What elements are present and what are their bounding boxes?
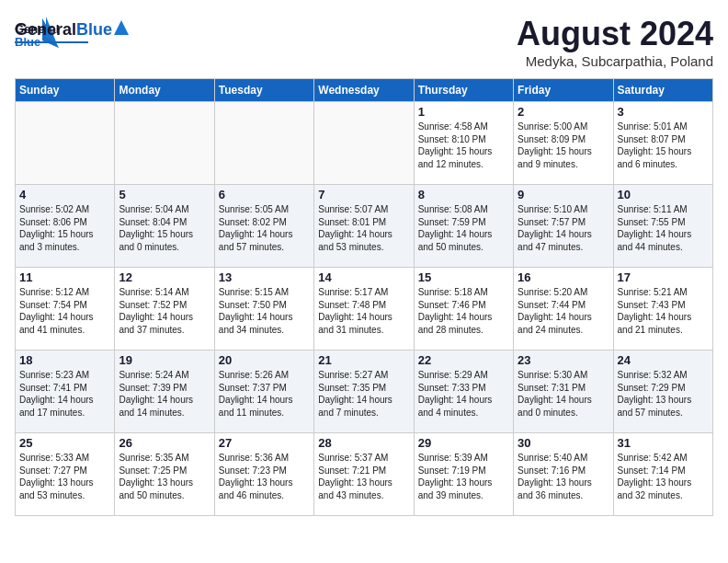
day-info: Sunrise: 5:05 AMSunset: 8:02 PMDaylight:…: [219, 203, 310, 253]
day-number: 16: [518, 270, 609, 284]
calendar-cell: 25Sunrise: 5:33 AMSunset: 7:27 PMDayligh…: [16, 433, 115, 516]
day-number: 4: [19, 188, 110, 201]
calendar-cell: 30Sunrise: 5:40 AMSunset: 7:16 PMDayligh…: [514, 433, 613, 516]
calendar-cell: 2Sunrise: 5:00 AMSunset: 8:09 PMDaylight…: [514, 102, 613, 185]
calendar-week-row: 1Sunrise: 4:58 AMSunset: 8:10 PMDaylight…: [16, 102, 713, 185]
day-info: Sunrise: 5:12 AMSunset: 7:54 PMDaylight:…: [19, 286, 110, 336]
day-info: Sunrise: 5:33 AMSunset: 7:27 PMDaylight:…: [19, 452, 110, 501]
weekday-header-wednesday: Wednesday: [314, 79, 414, 102]
calendar-table: SundayMondayTuesdayWednesdayThursdayFrid…: [15, 78, 713, 516]
calendar-cell: 24Sunrise: 5:32 AMSunset: 7:29 PMDayligh…: [613, 350, 712, 433]
calendar-week-row: 11Sunrise: 5:12 AMSunset: 7:54 PMDayligh…: [16, 268, 713, 350]
day-info: Sunrise: 5:10 AMSunset: 7:57 PMDaylight:…: [518, 203, 609, 253]
day-info: Sunrise: 5:42 AMSunset: 7:14 PMDaylight:…: [618, 452, 709, 501]
calendar-cell: 21Sunrise: 5:27 AMSunset: 7:35 PMDayligh…: [314, 350, 414, 433]
day-number: 9: [518, 188, 609, 201]
day-info: Sunrise: 5:26 AMSunset: 7:37 PMDaylight:…: [219, 369, 310, 419]
day-number: 27: [219, 436, 310, 450]
logo-triangle-icon: [114, 20, 129, 35]
calendar-cell: 28Sunrise: 5:37 AMSunset: 7:21 PMDayligh…: [314, 433, 414, 516]
day-info: Sunrise: 5:18 AMSunset: 7:46 PMDaylight:…: [418, 286, 509, 336]
calendar-cell: 15Sunrise: 5:18 AMSunset: 7:46 PMDayligh…: [414, 268, 513, 350]
day-number: 26: [119, 436, 210, 450]
title-block: August 2024 Medyka, Subcarpathia, Poland: [517, 15, 713, 69]
day-info: Sunrise: 5:02 AMSunset: 8:06 PMDaylight:…: [19, 203, 110, 253]
calendar-week-row: 4Sunrise: 5:02 AMSunset: 8:06 PMDaylight…: [16, 185, 713, 268]
calendar-cell: 7Sunrise: 5:07 AMSunset: 8:01 PMDaylight…: [314, 185, 414, 268]
day-info: Sunrise: 5:32 AMSunset: 7:29 PMDaylight:…: [618, 369, 709, 419]
calendar-cell: 6Sunrise: 5:05 AMSunset: 8:02 PMDaylight…: [214, 185, 313, 268]
weekday-header-tuesday: Tuesday: [214, 79, 313, 102]
calendar-cell: 1Sunrise: 4:58 AMSunset: 8:10 PMDaylight…: [414, 102, 513, 185]
day-number: 1: [418, 105, 509, 119]
day-info: Sunrise: 5:30 AMSunset: 7:31 PMDaylight:…: [518, 369, 609, 419]
weekday-header-saturday: Saturday: [613, 79, 712, 102]
day-info: Sunrise: 5:14 AMSunset: 7:52 PMDaylight:…: [119, 286, 210, 336]
logo-underline: [15, 41, 88, 43]
weekday-header-friday: Friday: [514, 79, 613, 102]
calendar-cell: 16Sunrise: 5:20 AMSunset: 7:44 PMDayligh…: [514, 268, 613, 350]
calendar-cell: 13Sunrise: 5:15 AMSunset: 7:50 PMDayligh…: [214, 268, 313, 350]
day-number: 5: [119, 188, 210, 201]
day-info: Sunrise: 5:01 AMSunset: 8:07 PMDaylight:…: [618, 121, 709, 170]
day-number: 18: [19, 353, 110, 367]
day-number: 19: [119, 353, 210, 367]
calendar-cell: 14Sunrise: 5:17 AMSunset: 7:48 PMDayligh…: [314, 268, 414, 350]
day-number: 11: [19, 270, 110, 284]
day-info: Sunrise: 5:11 AMSunset: 7:55 PMDaylight:…: [618, 203, 709, 253]
calendar-cell: [214, 102, 313, 185]
calendar-cell: 31Sunrise: 5:42 AMSunset: 7:14 PMDayligh…: [613, 433, 712, 516]
calendar-cell: 17Sunrise: 5:21 AMSunset: 7:43 PMDayligh…: [613, 268, 712, 350]
day-number: 15: [418, 270, 509, 284]
day-info: Sunrise: 5:08 AMSunset: 7:59 PMDaylight:…: [418, 203, 509, 253]
day-number: 25: [19, 436, 110, 450]
weekday-header-monday: Monday: [115, 79, 214, 102]
calendar-cell: [115, 102, 214, 185]
day-number: 29: [418, 436, 509, 450]
calendar-week-row: 18Sunrise: 5:23 AMSunset: 7:41 PMDayligh…: [16, 350, 713, 433]
day-info: Sunrise: 5:00 AMSunset: 8:09 PMDaylight:…: [518, 121, 609, 170]
calendar-cell: 27Sunrise: 5:36 AMSunset: 7:23 PMDayligh…: [214, 433, 313, 516]
day-info: Sunrise: 5:24 AMSunset: 7:39 PMDaylight:…: [119, 369, 210, 419]
logo-general: General: [15, 20, 76, 40]
calendar-cell: 4Sunrise: 5:02 AMSunset: 8:06 PMDaylight…: [16, 185, 115, 268]
day-info: Sunrise: 5:15 AMSunset: 7:50 PMDaylight:…: [219, 286, 310, 336]
calendar-cell: 10Sunrise: 5:11 AMSunset: 7:55 PMDayligh…: [613, 185, 712, 268]
day-info: Sunrise: 5:07 AMSunset: 8:01 PMDaylight:…: [318, 203, 409, 253]
calendar-title: August 2024: [517, 15, 713, 53]
day-number: 17: [618, 270, 709, 284]
day-number: 7: [318, 188, 409, 201]
calendar-cell: 5Sunrise: 5:04 AMSunset: 8:04 PMDaylight…: [115, 185, 214, 268]
calendar-cell: 8Sunrise: 5:08 AMSunset: 7:59 PMDaylight…: [414, 185, 513, 268]
day-info: Sunrise: 5:40 AMSunset: 7:16 PMDaylight:…: [518, 452, 609, 501]
calendar-cell: [314, 102, 414, 185]
day-info: Sunrise: 5:29 AMSunset: 7:33 PMDaylight:…: [418, 369, 509, 419]
day-info: Sunrise: 4:58 AMSunset: 8:10 PMDaylight:…: [418, 121, 509, 170]
day-info: Sunrise: 5:23 AMSunset: 7:41 PMDaylight:…: [19, 369, 110, 419]
calendar-cell: 12Sunrise: 5:14 AMSunset: 7:52 PMDayligh…: [115, 268, 214, 350]
calendar-cell: 18Sunrise: 5:23 AMSunset: 7:41 PMDayligh…: [16, 350, 115, 433]
calendar-cell: 29Sunrise: 5:39 AMSunset: 7:19 PMDayligh…: [414, 433, 513, 516]
day-number: 20: [219, 353, 310, 367]
calendar-cell: 23Sunrise: 5:30 AMSunset: 7:31 PMDayligh…: [514, 350, 613, 433]
weekday-header-thursday: Thursday: [414, 79, 513, 102]
day-number: 6: [219, 188, 310, 201]
day-info: Sunrise: 5:27 AMSunset: 7:35 PMDaylight:…: [318, 369, 409, 419]
calendar-cell: 20Sunrise: 5:26 AMSunset: 7:37 PMDayligh…: [214, 350, 313, 433]
day-number: 14: [318, 270, 409, 284]
day-number: 8: [418, 188, 509, 201]
day-info: Sunrise: 5:21 AMSunset: 7:43 PMDaylight:…: [618, 286, 709, 336]
day-number: 30: [518, 436, 609, 450]
calendar-location: Medyka, Subcarpathia, Poland: [517, 53, 713, 69]
svg-marker-5: [114, 20, 129, 35]
day-number: 28: [318, 436, 409, 450]
calendar-cell: 11Sunrise: 5:12 AMSunset: 7:54 PMDayligh…: [16, 268, 115, 350]
day-number: 3: [618, 105, 709, 119]
weekday-header-row: SundayMondayTuesdayWednesdayThursdayFrid…: [16, 79, 713, 102]
day-info: Sunrise: 5:39 AMSunset: 7:19 PMDaylight:…: [418, 452, 509, 501]
day-number: 13: [219, 270, 310, 284]
day-info: Sunrise: 5:35 AMSunset: 7:25 PMDaylight:…: [119, 452, 210, 501]
day-number: 23: [518, 353, 609, 367]
logo-blue: Blue: [76, 20, 112, 40]
logo: General Blue General Blue: [15, 15, 129, 43]
